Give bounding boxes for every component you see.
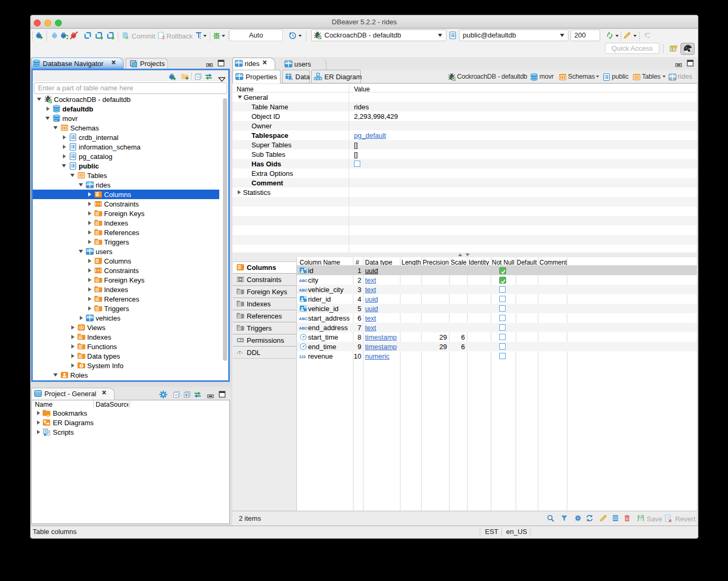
svg-text:<>: <> bbox=[288, 77, 293, 81]
svg-text:ABC: ABC bbox=[299, 278, 307, 283]
svg-text:ABC: ABC bbox=[299, 316, 307, 321]
svg-text:ABC: ABC bbox=[299, 326, 307, 331]
svg-text:ABC: ABC bbox=[299, 288, 307, 293]
svg-text:‹T›: ‹T› bbox=[237, 350, 243, 355]
svg-text:123: 123 bbox=[299, 354, 306, 359]
